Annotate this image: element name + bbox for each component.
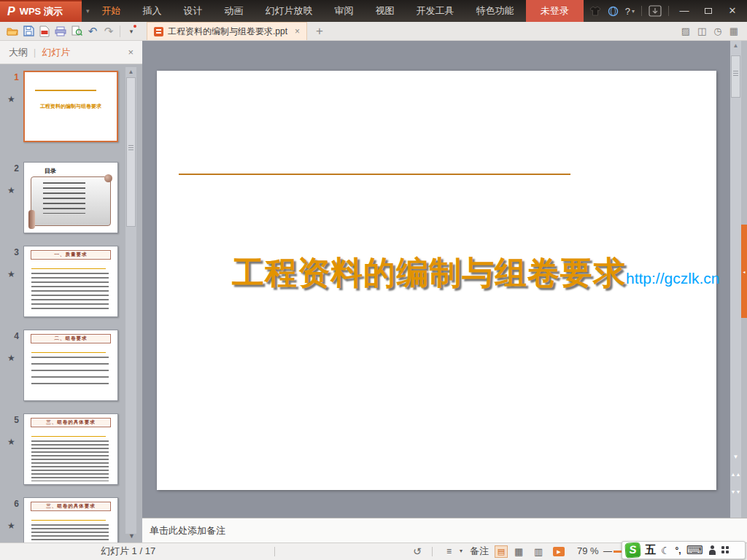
slide-edit-area: 工程资料的编制与组卷要求http://gczlk.cn [142, 41, 730, 518]
ime-mode-label[interactable]: 五 [645, 543, 656, 557]
menu-tab-insert[interactable]: 插入 [132, 0, 173, 22]
new-tab-button[interactable]: + [316, 23, 323, 39]
menu-tab-slideshow[interactable]: 幻灯片放映 [255, 0, 324, 22]
slide-thumbnail[interactable]: 工程资料的编制与组卷要求 [23, 71, 118, 142]
thumb-rule [31, 520, 106, 521]
thumbnail-text-lines [31, 357, 109, 389]
slide-thumbnail[interactable]: 二、组卷要求 [23, 330, 118, 401]
notes-lines-icon[interactable]: ≡ [446, 543, 452, 559]
main-scrollbar[interactable]: ▲ ▼ ▲▲ ▼▼ [730, 41, 741, 518]
scroll-up-icon[interactable]: ▲ [125, 67, 136, 77]
slide-canvas[interactable]: 工程资料的编制与组卷要求http://gczlk.cn [157, 71, 716, 490]
maximize-icon [705, 8, 712, 14]
zoom-out-button[interactable]: — [603, 543, 612, 559]
menu-tab-home[interactable]: 开始 [91, 0, 132, 22]
scroll-curl [104, 174, 112, 182]
slide-thumbnail[interactable]: 三、组卷的具体要求 [23, 497, 118, 542]
scroll-up-icon[interactable]: ▲ [730, 42, 741, 49]
hide-ribbon-icon[interactable] [649, 5, 662, 17]
next-slide-button[interactable]: ▼▼ [730, 490, 741, 494]
menu-tab-animation[interactable]: 动画 [214, 0, 255, 22]
notes-pane[interactable]: 单击此处添加备注 [142, 518, 747, 542]
sidebar-scrollbar-thumb[interactable] [126, 77, 136, 227]
tool-icon-2[interactable]: ◫ [697, 26, 706, 36]
slide-title-text: 工程资料的编制与组卷要求 [232, 252, 626, 295]
task-pane-handle[interactable]: ◂ [741, 225, 747, 318]
slide-title-block[interactable]: 工程资料的编制与组卷要求http://gczlk.cn [232, 252, 719, 295]
undo-button[interactable]: ↶ [85, 23, 101, 40]
moon-icon[interactable]: ☾ [661, 545, 670, 556]
slide-thumbnail-item: 5 ★ 三、组卷的具体要求 [0, 413, 142, 486]
ime-menu-grid-icon[interactable] [721, 546, 729, 554]
slide-thumbnail[interactable]: 一、质量要求 [23, 246, 118, 317]
help-button[interactable]: ?▾ [625, 6, 635, 17]
close-button[interactable]: ✕ [724, 0, 741, 22]
slide-thumbnail-item: 6 ★ 三、组卷的具体要求 [0, 497, 142, 542]
wps-logo-icon: P [7, 5, 15, 18]
menu-tab-special-features[interactable]: 特色功能 [465, 0, 525, 22]
feedback-globe-icon[interactable] [608, 6, 619, 17]
minimize-button[interactable]: — [676, 0, 693, 22]
menu-tab-devtools[interactable]: 开发工具 [406, 0, 465, 22]
slide-number: 2 [4, 163, 19, 174]
transition-star-icon: ★ [7, 94, 15, 104]
tab-outline[interactable]: 大纲 [9, 46, 28, 59]
tool-icon-3[interactable]: ◷ [713, 26, 721, 36]
customize-toolbar-button[interactable]: ▾ [123, 23, 139, 40]
keyboard-icon[interactable]: ⌨ [686, 543, 703, 557]
scrollbar-grip [128, 145, 133, 151]
slide-thumbnail-item: 3 ★ 一、质量要求 [0, 246, 142, 319]
slideshow-button[interactable]: ▶ [553, 547, 565, 556]
slide-thumbnail[interactable]: 三、组卷的具体要求 [23, 413, 118, 485]
panel-close-icon[interactable]: × [128, 47, 133, 58]
punctuation-mode-label[interactable]: °, [676, 545, 681, 556]
notes-caret-icon[interactable]: ▾ [460, 543, 462, 559]
slide-number: 1 [4, 72, 19, 82]
menu-tab-view[interactable]: 视图 [365, 0, 406, 22]
save-button[interactable] [20, 23, 36, 40]
main-scrollbar-thumb[interactable] [731, 55, 740, 98]
skin-icon[interactable] [589, 6, 601, 16]
sogou-logo-icon[interactable]: S [625, 542, 640, 557]
scroll-down-icon[interactable]: ▼ [128, 532, 135, 540]
login-button[interactable]: 未登录 [526, 0, 584, 22]
app-menu-caret-icon[interactable]: ▾ [86, 7, 90, 15]
slide-thumbnail-item: 1 ★ 工程资料的编制与组卷要求 [0, 71, 142, 144]
menu-tab-review[interactable]: 审阅 [324, 0, 365, 22]
ribbon-menu: 开始 插入 设计 动画 幻灯片放映 审阅 视图 开发工具 特色功能 [91, 0, 525, 22]
open-file-button[interactable] [4, 23, 20, 40]
thumb-rule [31, 436, 106, 437]
slide-thumbnail-item: 2 ★ 目录 [0, 162, 142, 235]
slide-sorter-view-button[interactable]: ▦ [514, 546, 523, 558]
print-button[interactable] [53, 23, 69, 40]
slide-thumbnail[interactable]: 目录 [23, 162, 118, 233]
notes-toggle-label[interactable]: 备注 [470, 543, 489, 559]
export-pdf-button[interactable] [36, 23, 53, 40]
tool-icon-1[interactable]: ▨ [681, 26, 690, 36]
tab-slides[interactable]: 幻灯片 [42, 46, 70, 59]
wps-app-menu-button[interactable]: P WPS 演示 [0, 0, 82, 22]
scrollbar-grip [733, 71, 738, 77]
menu-tab-design[interactable]: 设计 [173, 0, 214, 22]
thumb-rule [35, 90, 96, 91]
pdf-icon [39, 26, 50, 37]
sidebar-scrollbar[interactable]: ▲ [125, 67, 136, 534]
history-icon[interactable]: ↺ [413, 543, 422, 559]
redo-button[interactable]: ↷ [101, 23, 117, 40]
document-tab-close-icon[interactable]: × [295, 26, 300, 36]
document-tab-label: 工程资料的编制与组卷要求.ppt [168, 26, 287, 38]
person-icon[interactable] [708, 545, 716, 556]
normal-view-button[interactable]: ▤ [495, 545, 508, 558]
thumb-banner: 三、组卷的具体要求 [31, 502, 111, 511]
print-preview-button[interactable] [69, 23, 85, 40]
scroll-down-icon[interactable]: ▼ [730, 454, 741, 460]
thumb-banner: 一、质量要求 [31, 250, 111, 260]
previous-slide-button[interactable]: ▲▲ [730, 472, 741, 477]
transition-star-icon: ★ [7, 521, 15, 531]
notes-placeholder: 单击此处添加备注 [150, 524, 225, 537]
status-divider [274, 547, 275, 556]
tool-icon-4[interactable]: ▦ [729, 26, 738, 36]
document-tab[interactable]: 工程资料的编制与组卷要求.ppt × [147, 22, 307, 40]
reading-view-button[interactable]: ▥ [534, 546, 543, 558]
maximize-button[interactable] [700, 0, 717, 22]
